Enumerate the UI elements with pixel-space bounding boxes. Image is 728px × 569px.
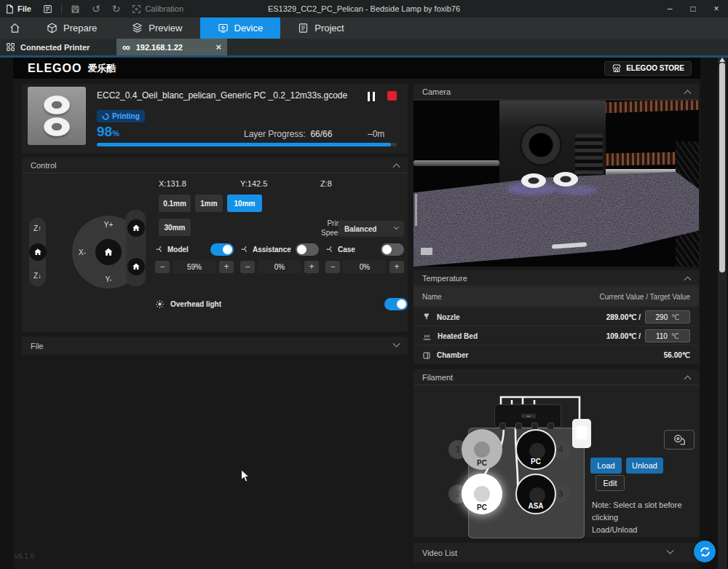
model-fan-value: 59% xyxy=(173,260,216,273)
home-z-icon xyxy=(33,248,42,256)
model-fan-label: Model xyxy=(167,246,189,254)
heated-bed-row: Heated Bed 109.00℃ / 110℃ xyxy=(414,327,699,345)
cube-icon xyxy=(47,23,58,34)
camera-header[interactable]: Camera xyxy=(414,84,699,100)
overhead-light-toggle[interactable] xyxy=(384,298,408,310)
calibration-button[interactable]: Calibration xyxy=(126,0,189,17)
scrollbar-up-arrow[interactable] xyxy=(719,58,725,62)
tab-project[interactable]: Project xyxy=(280,17,361,39)
collapse-chevron-icon[interactable] xyxy=(684,276,692,283)
collapse-chevron-icon[interactable] xyxy=(393,163,400,170)
nozzle-target-input[interactable]: 290℃ xyxy=(645,310,690,323)
notes-button[interactable] xyxy=(37,0,58,17)
heated-bed-target-input[interactable]: 110℃ xyxy=(645,329,690,342)
chevron-down-icon xyxy=(394,224,399,229)
printer-ip-tab[interactable]: ∞ 192.168.1.22 × xyxy=(116,39,227,55)
filament-settings-button[interactable] xyxy=(664,430,695,450)
store-button-label: ELEGOO STORE xyxy=(626,64,684,72)
tab-project-label: Project xyxy=(314,23,344,34)
assistance-fan-toggle[interactable] xyxy=(296,243,319,256)
slot-4-material: PC xyxy=(531,458,541,466)
control-header[interactable]: Control xyxy=(22,157,408,173)
collapse-chevron-icon[interactable] xyxy=(684,375,692,382)
home-tab[interactable] xyxy=(0,17,29,39)
assistance-fan-minus-button[interactable]: − xyxy=(240,261,255,273)
step-30mm-button[interactable]: 30mm xyxy=(159,219,191,236)
refresh-button[interactable] xyxy=(694,541,716,562)
minimize-button[interactable]: – xyxy=(658,0,681,17)
x-minus-button[interactable]: X- xyxy=(79,248,86,256)
printed-part-ring xyxy=(553,172,578,187)
close-button[interactable]: × xyxy=(705,0,728,17)
filament-slot-2[interactable]: PC xyxy=(462,474,502,514)
assistance-fan-plus-button[interactable]: + xyxy=(304,261,319,273)
home-x-icon xyxy=(132,224,141,232)
z-up-button[interactable]: Z↑ xyxy=(33,224,41,232)
main-nav: Prepare Preview Device Project xyxy=(0,17,728,39)
video-list-header[interactable]: Video List xyxy=(414,543,699,562)
camera-feed xyxy=(414,101,699,267)
model-fan-plus-button[interactable]: + xyxy=(219,261,234,273)
y-minus-button[interactable]: Y- xyxy=(105,275,111,283)
print-speed-select[interactable]: Balanced xyxy=(339,221,404,237)
case-fan-value: 0% xyxy=(343,260,387,273)
y-plus-button[interactable]: Y+ xyxy=(104,221,114,229)
filament-slot-1[interactable]: PC xyxy=(462,429,502,470)
nozzle-icon xyxy=(422,313,431,321)
expand-chevron-icon[interactable] xyxy=(393,340,400,348)
filament-header[interactable]: Filament xyxy=(414,369,699,385)
filament-hub: ••• xyxy=(494,404,561,428)
unload-button[interactable]: Unload xyxy=(626,458,663,474)
filament-slot-3[interactable]: ASA xyxy=(515,474,556,514)
edit-button[interactable]: Edit xyxy=(596,475,625,491)
model-fan-toggle[interactable] xyxy=(210,243,234,256)
grid-icon xyxy=(6,42,15,52)
pause-button[interactable] xyxy=(364,90,379,102)
save-button[interactable] xyxy=(65,0,86,17)
case-fan-label: Case xyxy=(338,246,355,254)
tab-preview[interactable]: Preview xyxy=(114,17,199,39)
redo-button[interactable]: ↻ xyxy=(106,0,127,17)
undo-button[interactable]: ↺ xyxy=(86,0,106,17)
case-fan-toggle[interactable] xyxy=(381,243,404,256)
assistance-fan-value: 0% xyxy=(258,260,301,273)
external-spool-unit xyxy=(572,419,591,448)
case-fan-minus-button[interactable]: − xyxy=(325,261,340,273)
model-fan-group: Model − 59% + xyxy=(155,243,234,273)
file-section-header[interactable]: File xyxy=(22,337,408,355)
home-z-button[interactable] xyxy=(29,243,47,261)
home-y-button[interactable] xyxy=(127,258,145,275)
calibration-label: Calibration xyxy=(145,4,183,13)
expand-chevron-icon[interactable] xyxy=(667,547,674,554)
home-all-button[interactable] xyxy=(95,239,122,265)
maximize-button[interactable]: □ xyxy=(681,0,705,17)
position-x: X:131.8 xyxy=(159,179,186,188)
printer-tab-close-icon[interactable]: × xyxy=(215,42,221,52)
load-button[interactable]: Load xyxy=(590,458,622,474)
heated-bed-current: 109.00℃ / xyxy=(606,332,641,340)
step-10mm-button[interactable]: 10mm xyxy=(227,195,262,212)
filament-slot-4[interactable]: PC xyxy=(515,429,556,470)
elegoo-logo: ELEGOO xyxy=(28,62,82,75)
tab-device[interactable]: Device xyxy=(200,17,281,39)
control-title: Control xyxy=(31,161,56,170)
temperature-header[interactable]: Temperature xyxy=(414,270,699,286)
hub-screen: ••• xyxy=(521,414,536,418)
printing-status-text: Printing xyxy=(112,112,140,120)
collapse-chevron-icon[interactable] xyxy=(684,90,692,97)
case-fan-plus-button[interactable]: + xyxy=(389,261,404,273)
layer-progress: Layer Progress: 66/66 xyxy=(244,129,332,139)
step-0.1mm-button[interactable]: 0.1mm xyxy=(159,195,191,212)
undo-icon: ↺ xyxy=(92,3,100,15)
z-down-button[interactable]: Z↓ xyxy=(33,272,41,280)
stop-button[interactable] xyxy=(387,91,397,101)
home-x-button[interactable] xyxy=(127,219,145,237)
model-fan-minus-button[interactable]: − xyxy=(155,261,170,273)
file-menu-button[interactable]: File xyxy=(0,0,37,17)
step-1mm-button[interactable]: 1mm xyxy=(195,195,223,212)
elegoo-store-button[interactable]: ELEGOO STORE xyxy=(604,61,692,76)
scrollbar-thumb[interactable] xyxy=(719,63,725,272)
fan-icon xyxy=(240,245,249,254)
connected-printer-label[interactable]: Connected Printer xyxy=(0,42,116,52)
tab-prepare[interactable]: Prepare xyxy=(29,17,114,39)
